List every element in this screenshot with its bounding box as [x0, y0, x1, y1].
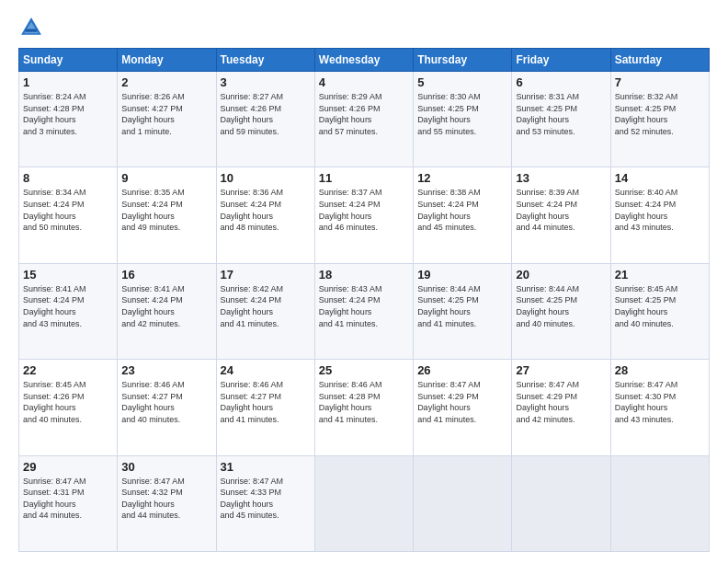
- day-info: Sunrise: 8:24 AMSunset: 4:28 PMDaylight …: [23, 92, 86, 136]
- day-info: Sunrise: 8:32 AMSunset: 4:25 PMDaylight …: [615, 92, 678, 136]
- day-number: 11: [319, 171, 409, 185]
- calendar-cell: 18Sunrise: 8:43 AMSunset: 4:24 PMDayligh…: [314, 263, 413, 359]
- day-number: 18: [319, 268, 409, 282]
- day-info: Sunrise: 8:37 AMSunset: 4:24 PMDaylight …: [319, 188, 382, 232]
- day-number: 13: [516, 171, 606, 185]
- day-info: Sunrise: 8:46 AMSunset: 4:27 PMDaylight …: [121, 380, 185, 424]
- calendar-cell: 9Sunrise: 8:35 AMSunset: 4:24 PMDaylight…: [118, 167, 216, 263]
- calendar-header: SundayMondayTuesdayWednesdayThursdayFrid…: [19, 49, 710, 72]
- header-row: SundayMondayTuesdayWednesdayThursdayFrid…: [19, 49, 710, 72]
- svg-rect-2: [26, 29, 37, 32]
- calendar-week-row: 8Sunrise: 8:34 AMSunset: 4:24 PMDaylight…: [19, 167, 710, 263]
- calendar-cell: 11Sunrise: 8:37 AMSunset: 4:24 PMDayligh…: [314, 167, 413, 263]
- day-info: Sunrise: 8:47 AMSunset: 4:30 PMDaylight …: [615, 380, 678, 424]
- calendar-cell: 13Sunrise: 8:39 AMSunset: 4:24 PMDayligh…: [512, 167, 610, 263]
- day-info: Sunrise: 8:26 AMSunset: 4:27 PMDaylight …: [121, 92, 185, 136]
- day-number: 23: [121, 363, 211, 377]
- header-day: Wednesday: [314, 49, 413, 72]
- day-info: Sunrise: 8:35 AMSunset: 4:24 PMDaylight …: [121, 188, 185, 232]
- calendar-week-row: 22Sunrise: 8:45 AMSunset: 4:26 PMDayligh…: [19, 360, 710, 455]
- day-info: Sunrise: 8:47 AMSunset: 4:32 PMDaylight …: [121, 477, 185, 521]
- day-info: Sunrise: 8:46 AMSunset: 4:28 PMDaylight …: [319, 380, 382, 424]
- calendar-cell: 2Sunrise: 8:26 AMSunset: 4:27 PMDaylight…: [118, 72, 216, 167]
- day-number: 27: [516, 363, 606, 377]
- day-info: Sunrise: 8:38 AMSunset: 4:24 PMDaylight …: [417, 188, 481, 232]
- calendar-cell: 24Sunrise: 8:46 AMSunset: 4:27 PMDayligh…: [216, 360, 314, 455]
- day-number: 2: [121, 75, 211, 89]
- day-info: Sunrise: 8:45 AMSunset: 4:26 PMDaylight …: [23, 380, 86, 424]
- day-info: Sunrise: 8:42 AMSunset: 4:24 PMDaylight …: [221, 284, 284, 328]
- header-day: Monday: [118, 49, 216, 72]
- calendar-cell: [414, 455, 512, 551]
- day-info: Sunrise: 8:39 AMSunset: 4:24 PMDaylight …: [516, 188, 579, 232]
- calendar-week-row: 1Sunrise: 8:24 AMSunset: 4:28 PMDaylight…: [19, 72, 710, 167]
- day-number: 20: [516, 268, 606, 282]
- calendar-cell: 26Sunrise: 8:47 AMSunset: 4:29 PMDayligh…: [414, 360, 512, 455]
- day-number: 21: [615, 268, 705, 282]
- day-number: 5: [417, 75, 507, 89]
- calendar-cell: 4Sunrise: 8:29 AMSunset: 4:26 PMDaylight…: [314, 72, 413, 167]
- calendar-cell: [314, 455, 413, 551]
- day-number: 12: [417, 171, 507, 185]
- day-info: Sunrise: 8:30 AMSunset: 4:25 PMDaylight …: [417, 92, 481, 136]
- header-day: Tuesday: [216, 49, 314, 72]
- day-info: Sunrise: 8:47 AMSunset: 4:31 PMDaylight …: [23, 477, 86, 521]
- calendar-cell: 25Sunrise: 8:46 AMSunset: 4:28 PMDayligh…: [314, 360, 413, 455]
- day-info: Sunrise: 8:44 AMSunset: 4:25 PMDaylight …: [417, 284, 481, 328]
- day-info: Sunrise: 8:36 AMSunset: 4:24 PMDaylight …: [221, 188, 284, 232]
- calendar-cell: 6Sunrise: 8:31 AMSunset: 4:25 PMDaylight…: [512, 72, 610, 167]
- day-number: 26: [417, 363, 507, 377]
- calendar-cell: 14Sunrise: 8:40 AMSunset: 4:24 PMDayligh…: [610, 167, 709, 263]
- calendar-cell: 12Sunrise: 8:38 AMSunset: 4:24 PMDayligh…: [414, 167, 512, 263]
- day-info: Sunrise: 8:46 AMSunset: 4:27 PMDaylight …: [221, 380, 284, 424]
- calendar-cell: 31Sunrise: 8:47 AMSunset: 4:33 PMDayligh…: [216, 455, 314, 551]
- day-number: 17: [221, 268, 311, 282]
- header: [18, 15, 710, 40]
- header-day: Sunday: [19, 49, 118, 72]
- calendar-cell: 7Sunrise: 8:32 AMSunset: 4:25 PMDaylight…: [610, 72, 709, 167]
- day-info: Sunrise: 8:41 AMSunset: 4:24 PMDaylight …: [121, 284, 185, 328]
- header-day: Saturday: [610, 49, 709, 72]
- day-info: Sunrise: 8:43 AMSunset: 4:24 PMDaylight …: [319, 284, 382, 328]
- calendar-week-row: 29Sunrise: 8:47 AMSunset: 4:31 PMDayligh…: [19, 455, 710, 551]
- calendar-cell: 29Sunrise: 8:47 AMSunset: 4:31 PMDayligh…: [19, 455, 118, 551]
- day-info: Sunrise: 8:47 AMSunset: 4:33 PMDaylight …: [221, 477, 284, 521]
- calendar-cell: 5Sunrise: 8:30 AMSunset: 4:25 PMDaylight…: [414, 72, 512, 167]
- day-number: 6: [516, 75, 606, 89]
- day-number: 31: [221, 460, 311, 474]
- logo: [18, 15, 48, 40]
- calendar-cell: 8Sunrise: 8:34 AMSunset: 4:24 PMDaylight…: [19, 167, 118, 263]
- day-number: 29: [23, 460, 113, 474]
- day-number: 24: [221, 363, 311, 377]
- day-info: Sunrise: 8:41 AMSunset: 4:24 PMDaylight …: [23, 284, 86, 328]
- day-number: 8: [23, 171, 113, 185]
- day-info: Sunrise: 8:45 AMSunset: 4:25 PMDaylight …: [615, 284, 678, 328]
- calendar-cell: 15Sunrise: 8:41 AMSunset: 4:24 PMDayligh…: [19, 263, 118, 359]
- header-day: Friday: [512, 49, 610, 72]
- calendar-body: 1Sunrise: 8:24 AMSunset: 4:28 PMDaylight…: [19, 72, 710, 552]
- day-number: 14: [615, 171, 705, 185]
- day-number: 10: [221, 171, 311, 185]
- page: SundayMondayTuesdayWednesdayThursdayFrid…: [0, 0, 728, 563]
- calendar-cell: 22Sunrise: 8:45 AMSunset: 4:26 PMDayligh…: [19, 360, 118, 455]
- calendar-cell: 30Sunrise: 8:47 AMSunset: 4:32 PMDayligh…: [118, 455, 216, 551]
- day-info: Sunrise: 8:29 AMSunset: 4:26 PMDaylight …: [319, 92, 382, 136]
- day-info: Sunrise: 8:47 AMSunset: 4:29 PMDaylight …: [516, 380, 579, 424]
- header-day: Thursday: [414, 49, 512, 72]
- day-info: Sunrise: 8:47 AMSunset: 4:29 PMDaylight …: [417, 380, 481, 424]
- day-number: 1: [23, 75, 113, 89]
- day-info: Sunrise: 8:34 AMSunset: 4:24 PMDaylight …: [23, 188, 86, 232]
- day-number: 22: [23, 363, 113, 377]
- day-number: 28: [615, 363, 705, 377]
- calendar-week-row: 15Sunrise: 8:41 AMSunset: 4:24 PMDayligh…: [19, 263, 710, 359]
- calendar-cell: [610, 455, 709, 551]
- day-number: 19: [417, 268, 507, 282]
- calendar-cell: 17Sunrise: 8:42 AMSunset: 4:24 PMDayligh…: [216, 263, 314, 359]
- day-number: 15: [23, 268, 113, 282]
- day-number: 30: [121, 460, 211, 474]
- day-number: 9: [121, 171, 211, 185]
- calendar-cell: 21Sunrise: 8:45 AMSunset: 4:25 PMDayligh…: [610, 263, 709, 359]
- day-number: 25: [319, 363, 409, 377]
- calendar-table: SundayMondayTuesdayWednesdayThursdayFrid…: [18, 48, 710, 552]
- day-info: Sunrise: 8:31 AMSunset: 4:25 PMDaylight …: [516, 92, 579, 136]
